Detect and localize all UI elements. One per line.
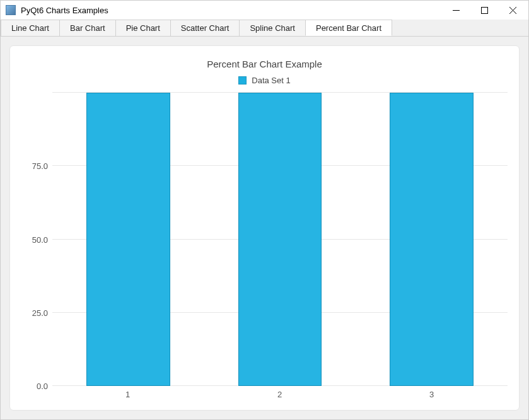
app-icon [6,5,16,15]
tab-bar: Line Chart Bar Chart Pie Chart Scatter C… [1,20,528,37]
tab-bar-chart[interactable]: Bar Chart [59,20,116,36]
tab-line-chart[interactable]: Line Chart [1,20,60,36]
app-window: PyQt6 Charts Examples Line Chart Bar Cha… [0,0,529,420]
y-tick-label: 75.0 [32,161,48,171]
tab-label: Bar Chart [70,23,105,33]
plot-area: 75.0 50.0 25.0 0.0 [21,93,508,386]
plot [52,93,508,386]
close-icon [509,7,516,14]
minimize-icon [453,7,460,14]
chart-title: Percent Bar Chart Example [21,59,508,69]
bars-layer [52,93,508,386]
chart-card: Percent Bar Chart Example Data Set 1 75.… [9,45,520,411]
maximize-button[interactable] [470,1,499,19]
legend-label: Data Set 1 [252,76,290,85]
y-tick-label: 0.0 [37,382,48,391]
bar [86,93,170,386]
x-tick-label: 1 [52,386,204,404]
titlebar: PyQt6 Charts Examples [1,1,528,20]
x-tick-label: 2 [204,386,356,404]
chart-panel: Percent Bar Chart Example Data Set 1 75.… [1,37,528,419]
x-tick-label: 3 [356,386,508,404]
tab-label: Line Chart [11,23,49,33]
y-tick-label: 25.0 [32,308,48,317]
y-axis: 75.0 50.0 25.0 0.0 [21,93,52,386]
y-tick-label: 50.0 [32,235,48,244]
tab-percent-bar-chart[interactable]: Percent Bar Chart [305,20,392,36]
tab-spline-chart[interactable]: Spline Chart [239,20,306,36]
bar [238,93,322,386]
legend-swatch [238,76,247,85]
tab-pie-chart[interactable]: Pie Chart [115,20,171,36]
close-button[interactable] [499,1,527,19]
tab-label: Spline Chart [250,23,295,33]
tab-label: Pie Chart [126,23,160,33]
window-title: PyQt6 Charts Examples [21,6,108,15]
tab-label: Scatter Chart [181,23,230,33]
tab-scatter-chart[interactable]: Scatter Chart [170,20,240,36]
maximize-icon [481,7,488,14]
tab-label: Percent Bar Chart [316,23,381,33]
bar [390,93,473,386]
chart-legend: Data Set 1 [21,76,508,85]
svg-rect-1 [482,7,488,13]
minimize-button[interactable] [442,1,470,19]
x-axis: 1 2 3 [52,386,508,404]
